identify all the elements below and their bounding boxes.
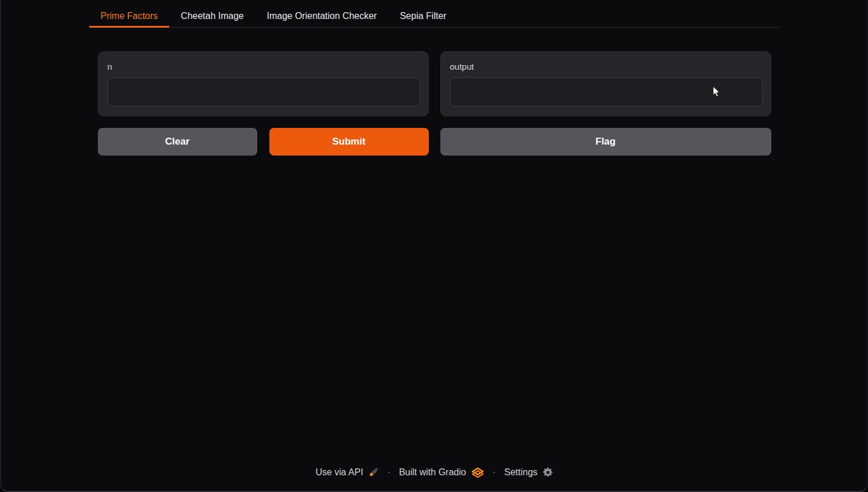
output-panel: output — [440, 51, 771, 116]
submit-button[interactable]: Submit — [269, 128, 429, 156]
gradio-logo-icon — [471, 467, 484, 478]
tab-image-orientation-checker[interactable]: Image Orientation Checker — [255, 6, 388, 28]
footer-separator: · — [489, 467, 499, 478]
tab-prime-factors[interactable]: Prime Factors — [89, 6, 170, 28]
tab-cheetah-image[interactable]: Cheetah Image — [169, 6, 255, 28]
output-field[interactable] — [450, 77, 763, 107]
use-via-api-link[interactable]: Use via API — [315, 467, 363, 478]
tab-bar: Prime Factors Cheetah Image Image Orient… — [89, 0, 780, 28]
built-with-gradio-link[interactable]: Built with Gradio — [399, 467, 466, 478]
app-window: Prime Factors Cheetah Image Image Orient… — [0, 0, 868, 492]
button-group: Clear Submit — [98, 128, 429, 156]
rocket-icon — [368, 467, 379, 478]
footer: Use via API · Built with Gradio · Settin… — [1, 467, 867, 478]
gear-icon — [543, 467, 553, 478]
input-panel: n — [98, 51, 429, 116]
n-input[interactable] — [108, 77, 420, 107]
clear-button[interactable]: Clear — [98, 128, 257, 156]
settings-link[interactable]: Settings — [504, 467, 538, 478]
output-label: output — [450, 62, 762, 71]
input-label: n — [108, 62, 419, 71]
flag-button[interactable]: Flag — [440, 128, 771, 156]
footer-separator: · — [384, 467, 394, 478]
tab-sepia-filter[interactable]: Sepia Filter — [389, 6, 458, 28]
tab-panel-prime-factors: n output Clear Submit Flag — [98, 51, 771, 156]
